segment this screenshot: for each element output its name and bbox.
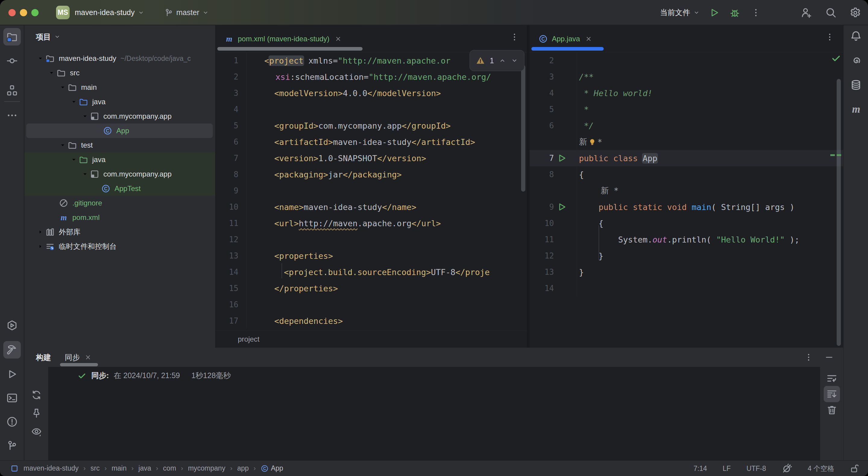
chevron-down-icon[interactable] <box>80 170 90 178</box>
code-line-14[interactable]: 14<project.build.sourceEncoding>UTF-8</p… <box>216 264 527 280</box>
stripe-terminal-icon[interactable] <box>3 389 21 407</box>
code-line-10[interactable]: 10<name>maven-idea-study</name> <box>216 199 527 215</box>
next-warning-icon[interactable] <box>511 57 518 64</box>
window-close-button[interactable] <box>8 9 16 16</box>
branch-selector[interactable]: master <box>164 0 209 25</box>
lock-open-icon[interactable] <box>850 464 860 473</box>
stripe-structure-icon[interactable] <box>3 82 21 99</box>
code-line-8[interactable]: 8{ <box>530 166 843 183</box>
run-button[interactable] <box>709 0 720 25</box>
editor-split-divider[interactable] <box>527 25 530 348</box>
tree-item-test[interactable]: test <box>24 138 215 153</box>
more-vertical-icon[interactable] <box>825 33 834 41</box>
stripe-problems-icon[interactable] <box>3 413 21 431</box>
tree-item-main[interactable]: main <box>24 80 215 95</box>
chevron-down-icon[interactable] <box>69 98 79 105</box>
code-line-5[interactable]: 5 * <box>530 101 843 118</box>
more-vertical-icon[interactable] <box>804 353 813 362</box>
crumb-app[interactable]: app <box>237 464 249 472</box>
stripe-commit-icon[interactable] <box>3 52 21 70</box>
code-line-2[interactable]: 2 <box>530 53 843 69</box>
crumb-App[interactable]: CApp <box>261 464 283 472</box>
code-line-14[interactable]: 14 <box>530 280 843 296</box>
code-line-16[interactable]: 16 <box>216 296 527 313</box>
add-user-button[interactable] <box>801 0 812 25</box>
stripe-build-hammer-icon[interactable] <box>3 341 21 358</box>
close-icon[interactable] <box>85 354 91 360</box>
pin-icon[interactable] <box>28 405 44 421</box>
crumb-maven-idea-study[interactable]: maven-idea-study <box>24 464 79 472</box>
crumb-com[interactable]: com <box>163 464 176 472</box>
code-line-11[interactable]: 11<url>http://maven.apache.org</url> <box>216 215 527 231</box>
code-line-7[interactable]: 7<version>1.0-SNAPSHOT</version> <box>216 150 527 166</box>
soft-wrap-icon[interactable] <box>824 370 840 386</box>
code-line-12[interactable]: 12} <box>530 248 843 264</box>
chevron-down-icon[interactable] <box>80 113 90 120</box>
app-code-area[interactable]: 23/**4 * Hello world!5 *6 */新*7public cl… <box>530 53 843 348</box>
stripe-database-icon[interactable] <box>847 76 865 94</box>
stripe-git-branch-icon[interactable] <box>3 437 21 454</box>
project-selector[interactable]: maven-idea-study <box>75 0 144 25</box>
hide-panel-icon[interactable] <box>825 353 834 362</box>
tree-item-java[interactable]: java <box>24 153 215 167</box>
code-line-17[interactable]: 17<dependencies> <box>216 313 527 329</box>
stripe-more-dots-icon[interactable] <box>3 107 21 124</box>
code-line-3[interactable]: 3/** <box>530 69 843 85</box>
code-line-5[interactable]: 5<groupId>com.mycompany.app</groupId> <box>216 118 527 134</box>
code-line-6[interactable]: 6<artifactId>maven-idea-study</artifactI… <box>216 134 527 150</box>
tree-item-pom.xml[interactable]: mpom.xml <box>24 210 215 225</box>
intention-bulb-icon[interactable] <box>588 137 597 147</box>
tree-item-src[interactable]: src <box>24 66 215 80</box>
stripe-project-folder-icon[interactable] <box>3 28 21 45</box>
highlighting-level-icon[interactable] <box>782 463 792 474</box>
code-line-12[interactable]: 12 <box>216 231 527 248</box>
crumb-mycompany[interactable]: mycompany <box>188 464 225 472</box>
chevron-down-icon[interactable] <box>69 156 79 163</box>
chevron-down-icon[interactable] <box>58 84 68 91</box>
code-line-11[interactable]: 11System.out.println( "Hello World!" ); <box>530 231 843 248</box>
scroll-to-end-icon[interactable] <box>824 386 840 402</box>
code-line-13[interactable]: 13} <box>530 264 843 280</box>
tree-item-App[interactable]: CApp <box>26 124 213 138</box>
status-breadcrumbs[interactable]: maven-idea-study›src›main›java›com›mycom… <box>10 464 283 473</box>
code-line-13[interactable]: 13<properties> <box>216 248 527 264</box>
run-configuration-selector[interactable]: 当前文件 <box>660 0 700 25</box>
crumb-java[interactable]: java <box>138 464 151 472</box>
window-zoom-button[interactable] <box>31 9 38 16</box>
more-vertical-icon[interactable] <box>510 33 519 41</box>
code-line-6[interactable]: 6 */ <box>530 118 843 134</box>
scrollbar[interactable] <box>521 65 525 192</box>
tree-item--[interactable]: 临时文件和控制台 <box>24 239 215 254</box>
code-line-9[interactable]: 9public static void main( String[] args … <box>530 199 843 215</box>
sync-status-row[interactable]: 同步: 在 2024/10/7, 21:59 1秒128毫秒 <box>78 371 231 381</box>
chevron-down-icon[interactable] <box>35 55 45 62</box>
clear-trash-icon[interactable] <box>824 402 840 418</box>
crumb-src[interactable]: src <box>90 464 100 472</box>
preview-eye-icon[interactable] <box>28 423 44 440</box>
file-encoding[interactable]: UTF-8 <box>747 465 766 473</box>
settings-button[interactable] <box>849 0 861 25</box>
tree-item-maven-idea-study[interactable]: maven-idea-study~/Desktop/code/java_c <box>24 51 215 66</box>
indent-setting[interactable]: 4 个空格 <box>808 464 834 473</box>
tree-item-com.mycompany.app[interactable]: com.mycompany.app <box>24 167 215 181</box>
code-line-10[interactable]: 10{ <box>530 215 843 231</box>
scrollbar[interactable] <box>837 79 841 346</box>
breadcrumb[interactable]: project <box>216 330 527 348</box>
crumb-main[interactable]: main <box>112 464 127 472</box>
code-line-7[interactable]: 7public class App <box>530 150 843 166</box>
chevron-right-icon[interactable] <box>35 228 45 235</box>
code-line-9[interactable]: 9 <box>216 183 527 199</box>
stripe-maven-m-icon[interactable]: m <box>847 100 865 118</box>
code-line-2[interactable]: 2xsi:schemaLocation="http://maven.apache… <box>216 69 527 85</box>
debug-button[interactable] <box>730 0 740 25</box>
code-line-15[interactable]: 15</properties> <box>216 280 527 296</box>
tree-item--[interactable]: 外部库 <box>24 225 215 239</box>
inspections-widget[interactable]: 1 <box>470 50 524 71</box>
tree-item-java[interactable]: java <box>24 95 215 109</box>
stripe-run-play-icon[interactable] <box>3 366 21 383</box>
refresh-icon[interactable] <box>28 387 44 403</box>
stripe-ai-assistant-icon[interactable] <box>847 52 865 70</box>
chevron-right-icon[interactable] <box>35 243 45 250</box>
run-gutter-icon[interactable] <box>557 202 567 212</box>
window-minimize-button[interactable] <box>20 9 27 16</box>
